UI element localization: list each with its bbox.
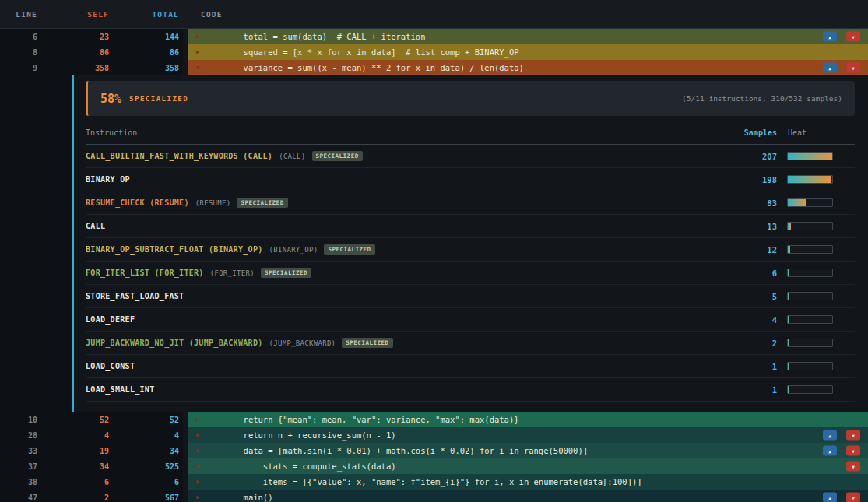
line-number: 8 — [0, 48, 37, 57]
line-number: 10 — [0, 416, 37, 424]
heat-bar-fill — [788, 293, 789, 300]
instruction-table-header: Instruction Samples Heat — [86, 124, 855, 145]
column-header-line: LINE — [0, 10, 37, 19]
line-number: 28 — [0, 431, 37, 440]
instruction-name: FOR_ITER_LIST (FOR_ITER) — [86, 269, 204, 277]
code-line-row[interactable]: 8 86 86 ▶ squared = [x * x for x in data… — [0, 44, 868, 60]
disclosure-triangle-icon[interactable]: ▶ — [196, 49, 204, 55]
heat-bar-track — [787, 198, 833, 207]
heat-bar-fill — [788, 269, 789, 276]
code-cell[interactable]: ▶ data = [math.sin(i * 0.01) + math.cos(… — [188, 443, 868, 458]
line-gutter: 37 34 525 — [0, 458, 183, 474]
instruction-name: LOAD_DEREF — [86, 315, 135, 324]
move-down-button[interactable]: ▼ — [846, 493, 860, 502]
code-line-row[interactable]: 33 19 34 ▶ data = [math.sin(i * 0.01) + … — [0, 443, 868, 458]
move-up-button[interactable]: ▲ — [823, 32, 837, 42]
disclosure-triangle-icon[interactable]: ▶ — [196, 416, 204, 423]
code-cell[interactable]: ▶ main() ▲▼ — [188, 490, 868, 502]
instruction-samples: 198 — [707, 175, 777, 184]
instruction-row: LOAD_CONST 1 — [86, 355, 855, 378]
heat-bar-fill — [788, 363, 789, 370]
instruction-row: CALL 13 — [86, 215, 855, 238]
move-down-button[interactable]: ▼ — [846, 32, 860, 42]
instruction-row: CALL_BUILTIN_FAST_WITH_KEYWORDS (CALL) (… — [86, 145, 855, 168]
instruction-name-group: LOAD_SMALL_INT — [86, 385, 707, 394]
instruction-samples: 6 — [707, 269, 777, 278]
line-number: 9 — [0, 64, 37, 72]
move-up-button[interactable]: ▲ — [823, 446, 837, 456]
instruction-samples: 4 — [707, 315, 777, 325]
disclosure-triangle-icon[interactable]: ▶ — [196, 448, 204, 454]
code-cell[interactable]: ▼ variance = sum((x - mean) ** 2 for x i… — [188, 60, 868, 75]
line-gutter: 6 23 144 — [0, 29, 183, 44]
specialized-badge: SPECIALIZED — [237, 198, 287, 208]
line-number: 37 — [0, 462, 37, 471]
move-down-button[interactable]: ▼ — [846, 462, 860, 472]
code-line-row[interactable]: 28 4 4 ▶ return n + recursive_sum(n - 1)… — [0, 427, 868, 443]
heat-cell — [777, 245, 855, 254]
specialized-percent-label: SPECIALIZED — [129, 95, 188, 103]
instruction-base: (CALL) — [279, 153, 305, 160]
code-cell[interactable]: ▶ return {"mean": mean, "var": variance,… — [188, 412, 868, 427]
instruction-samples: 1 — [707, 362, 777, 371]
heat-column-header: Heat — [777, 128, 855, 137]
move-down-button[interactable]: ▼ — [846, 430, 860, 441]
code-rows-bottom: 10 52 52 ▶ return {"mean": mean, "var": … — [0, 412, 868, 502]
disclosure-triangle-icon[interactable]: ▶ — [196, 33, 204, 40]
self-samples: 2 — [37, 493, 109, 502]
samples-column-header: Samples — [707, 128, 777, 137]
code-line-row[interactable]: 37 34 525 ▶ stats = compute_stats(data) … — [0, 458, 868, 474]
disclosure-triangle-icon[interactable]: ▶ — [196, 463, 204, 469]
move-down-button[interactable]: ▼ — [846, 446, 860, 456]
disclosure-triangle-icon[interactable]: ▼ — [196, 65, 204, 71]
instruction-name-group: FOR_ITER_LIST (FOR_ITER) (FOR_ITER) SPEC… — [86, 268, 707, 278]
instruction-base: (JUMP_BACKWARD) — [269, 339, 336, 347]
total-samples: 358 — [109, 64, 179, 72]
heat-bar-track — [787, 292, 833, 300]
code-rows-top: 6 23 144 ▶ total = sum(data) # CALL + it… — [0, 29, 868, 75]
self-samples: 4 — [37, 431, 109, 440]
code-line-row[interactable]: 9 358 358 ▼ variance = sum((x - mean) **… — [0, 60, 868, 75]
instruction-base: (FOR_ITER) — [210, 269, 255, 277]
instruction-row: BINARY_OP_SUBTRACT_FLOAT (BINARY_OP) (BI… — [86, 238, 855, 262]
code-cell[interactable]: ▶ total = sum(data) # CALL + iteration ▲… — [188, 29, 868, 44]
code-line-row[interactable]: 47 2 567 ▶ main() ▲▼ — [0, 490, 868, 502]
self-samples: 6 — [37, 478, 109, 486]
expanded-line-detail: 58% SPECIALIZED (5/11 instructions, 310/… — [0, 75, 868, 412]
move-up-button[interactable]: ▲ — [823, 63, 837, 73]
row-buttons: ▲▼ — [823, 446, 860, 456]
code-line-row[interactable]: 10 52 52 ▶ return {"mean": mean, "var": … — [0, 412, 868, 427]
heat-bar-track — [787, 385, 833, 394]
heat-bar-track — [787, 269, 833, 277]
code-cell[interactable]: ▶ squared = [x * x for x in data] # list… — [188, 44, 868, 60]
column-header-code: CODE — [179, 10, 223, 19]
disclosure-triangle-icon[interactable]: ▶ — [196, 479, 204, 485]
instruction-samples: 207 — [707, 152, 777, 161]
heat-bar-track — [787, 339, 833, 347]
instruction-name-group: JUMP_BACKWARD_NO_JIT (JUMP_BACKWARD) (JU… — [86, 338, 707, 348]
disclosure-triangle-icon[interactable]: ▶ — [196, 432, 204, 438]
disclosure-triangle-icon[interactable]: ▶ — [196, 494, 204, 500]
move-up-button[interactable]: ▲ — [823, 430, 837, 441]
self-samples: 23 — [37, 33, 109, 41]
code-cell[interactable]: ▶ return n + recursive_sum(n - 1) ▲▼ — [188, 427, 868, 443]
instruction-name-group: LOAD_CONST — [86, 362, 707, 370]
move-up-button[interactable]: ▲ — [823, 493, 837, 502]
heat-bar-fill — [788, 246, 790, 253]
instruction-name: LOAD_SMALL_INT — [86, 385, 155, 394]
heat-bar-track — [787, 175, 833, 184]
instruction-name-group: CALL_BUILTIN_FAST_WITH_KEYWORDS (CALL) (… — [86, 151, 707, 161]
gutter-strip — [0, 75, 72, 412]
row-buttons: ▲▼ — [823, 493, 860, 502]
instruction-name: CALL — [86, 222, 105, 230]
move-down-button[interactable]: ▼ — [846, 63, 860, 73]
total-samples: 525 — [109, 462, 179, 471]
code-cell[interactable]: ▶ items = [{"value": x, "name": f"item_{… — [188, 474, 868, 490]
code-text: total = sum(data) # CALL + iteration — [204, 32, 425, 41]
code-line-row[interactable]: 6 23 144 ▶ total = sum(data) # CALL + it… — [0, 29, 868, 44]
line-number: 47 — [0, 493, 37, 502]
code-cell[interactable]: ▶ stats = compute_stats(data) ▼ — [188, 458, 868, 474]
code-text: squared = [x * x for x in data] # list c… — [204, 47, 519, 57]
code-line-row[interactable]: 38 6 6 ▶ items = [{"value": x, "name": f… — [0, 474, 868, 490]
code-text: return {"mean": mean, "var": variance, "… — [204, 415, 519, 424]
